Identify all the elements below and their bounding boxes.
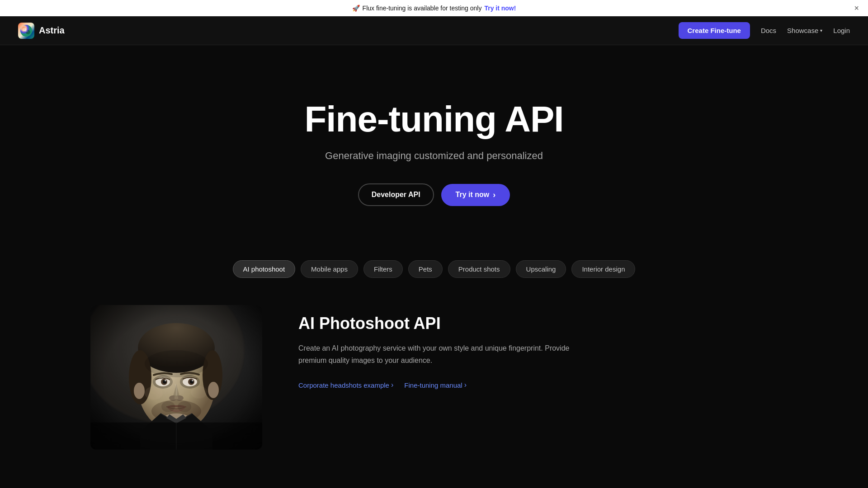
- portrait-image: [90, 305, 262, 450]
- filter-tab-ai-photoshoot[interactable]: AI photoshoot: [233, 260, 296, 278]
- photoshoot-section: AI Photoshoot API Create an AI photograp…: [0, 296, 868, 477]
- astria-logo-svg: [20, 24, 33, 37]
- banner-text: 🚀 Flux fine-tuning is available for test…: [352, 5, 516, 12]
- brand-logo-container[interactable]: Astria: [18, 23, 65, 39]
- banner-cta-link[interactable]: Try it now!: [484, 5, 516, 12]
- filter-tab-product-shots[interactable]: Product shots: [448, 260, 510, 278]
- showcase-label: Showcase: [787, 27, 818, 34]
- corporate-headshots-link-label: Corporate headshots example: [298, 381, 389, 389]
- arrow-right-icon: ›: [493, 190, 495, 200]
- showcase-dropdown[interactable]: Showcase ▾: [787, 27, 822, 34]
- hero-section: Fine-tuning API Generative imaging custo…: [0, 45, 868, 233]
- svg-rect-37: [90, 305, 262, 450]
- try-btn-label: Try it now: [456, 191, 490, 199]
- photoshoot-content-text: AI Photoshoot API Create an AI photograp…: [298, 305, 778, 389]
- filter-tab-upscaling[interactable]: Upscaling: [516, 260, 566, 278]
- brand-logo-icon: [18, 23, 34, 39]
- create-finetune-button[interactable]: Create Fine-tune: [679, 22, 750, 39]
- photoshoot-section-title: AI Photoshoot API: [298, 314, 778, 333]
- hero-title: Fine-tuning API: [18, 99, 850, 139]
- banner-message: Flux fine-tuning is available for testin…: [363, 5, 482, 12]
- filter-tabs: AI photoshoot Mobile apps Filters Pets P…: [0, 233, 868, 296]
- announcement-banner: 🚀 Flux fine-tuning is available for test…: [0, 0, 868, 16]
- login-button[interactable]: Login: [833, 27, 850, 34]
- developer-api-button[interactable]: Developer API: [358, 183, 434, 206]
- try-it-now-button[interactable]: Try it now ›: [441, 184, 510, 206]
- svg-point-3: [25, 29, 28, 32]
- photoshoot-description: Create an AI photography service with yo…: [298, 342, 570, 366]
- navbar-right: Create Fine-tune Docs Showcase ▾ Login: [679, 22, 850, 39]
- portrait-svg: [90, 305, 262, 450]
- banner-close-button[interactable]: ×: [854, 4, 859, 12]
- filter-tab-pets[interactable]: Pets: [408, 260, 443, 278]
- corporate-headshots-link[interactable]: Corporate headshots example ›: [298, 381, 393, 389]
- link-arrow-icon-1: ›: [391, 381, 393, 389]
- filter-tab-interior-design[interactable]: Interior design: [571, 260, 635, 278]
- banner-emoji: 🚀: [352, 5, 360, 12]
- fine-tuning-manual-label: Fine-tuning manual: [404, 381, 462, 389]
- filter-tab-filters[interactable]: Filters: [363, 260, 403, 278]
- chevron-down-icon: ▾: [820, 28, 822, 33]
- docs-link[interactable]: Docs: [761, 27, 776, 34]
- filter-tab-mobile-apps[interactable]: Mobile apps: [301, 260, 358, 278]
- hero-subtitle: Generative imaging customized and person…: [18, 150, 850, 162]
- brand-name-text: Astria: [39, 25, 65, 36]
- navbar: Astria Create Fine-tune Docs Showcase ▾ …: [0, 16, 868, 45]
- fine-tuning-manual-link[interactable]: Fine-tuning manual ›: [404, 381, 467, 389]
- photoshoot-links: Corporate headshots example › Fine-tunin…: [298, 381, 778, 389]
- link-arrow-icon-2: ›: [464, 381, 467, 389]
- hero-buttons: Developer API Try it now ›: [18, 183, 850, 206]
